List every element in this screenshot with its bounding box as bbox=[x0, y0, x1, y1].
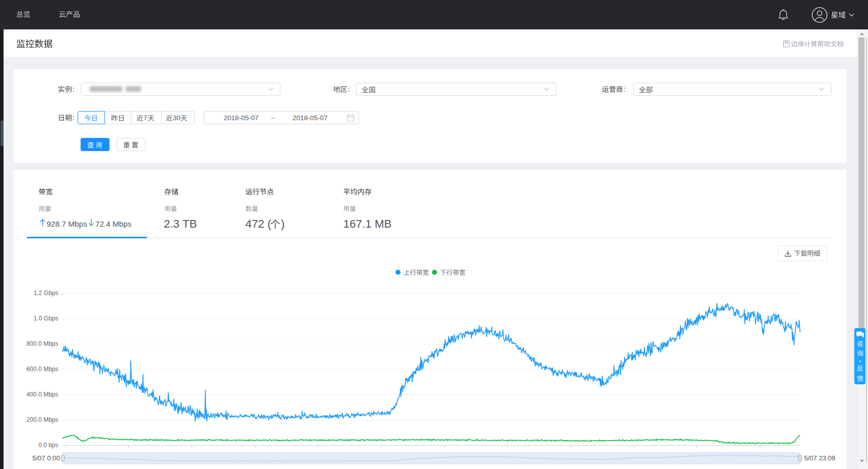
svg-text:800.0 Mbps: 800.0 Mbps bbox=[26, 340, 58, 347]
svg-text:5/07 23:09: 5/07 23:09 bbox=[804, 454, 835, 462]
svg-text:400.0 Mbps: 400.0 Mbps bbox=[26, 391, 58, 398]
svg-text:200.0 Mbps: 200.0 Mbps bbox=[26, 416, 58, 423]
svg-text:5/07 0:00: 5/07 0:00 bbox=[32, 454, 60, 462]
svg-text:1.2 Gbps: 1.2 Gbps bbox=[33, 290, 58, 297]
svg-text:1.0 Gbps: 1.0 Gbps bbox=[33, 315, 58, 322]
svg-text:600.0 Mbps: 600.0 Mbps bbox=[26, 366, 58, 373]
svg-text:0.0 bps: 0.0 bps bbox=[39, 442, 58, 449]
